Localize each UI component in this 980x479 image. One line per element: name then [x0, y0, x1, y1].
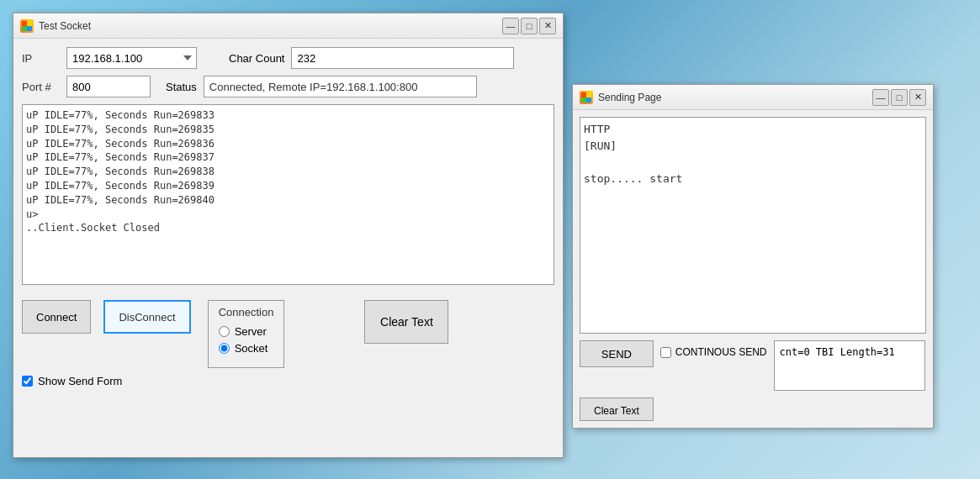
- server-option[interactable]: Server: [219, 325, 274, 338]
- clear-text-button[interactable]: Clear Text: [364, 300, 448, 344]
- svg-rect-0: [22, 21, 27, 26]
- server-label: Server: [235, 325, 267, 338]
- svg-rect-2: [22, 26, 27, 31]
- socket-option[interactable]: Socket: [219, 342, 274, 355]
- continuous-send-label: CONTINOUS SEND: [675, 346, 767, 358]
- port-status-row: Port # Status: [22, 76, 554, 97]
- show-send-form-row: Show Send Form: [22, 375, 554, 387]
- info-box: cnt=0 TBI Length=31: [774, 340, 925, 391]
- continuous-send-option[interactable]: CONTINOUS SEND: [660, 346, 767, 358]
- sending-content: SEND Clear Text CONTINOUS SEND cnt=0 TBI…: [573, 110, 933, 428]
- sending-minimize-button[interactable]: —: [872, 89, 889, 106]
- svg-rect-5: [586, 92, 591, 97]
- main-maximize-button[interactable]: □: [521, 18, 538, 34]
- show-send-form-label: Show Send Form: [38, 375, 122, 387]
- button-row: Connect DisConnect Connection Server Soc…: [22, 300, 554, 368]
- port-label: Port #: [22, 81, 60, 93]
- char-count-input[interactable]: [291, 47, 514, 69]
- main-window-title: Test Socket: [39, 20, 91, 32]
- ip-label: IP: [22, 52, 60, 65]
- ip-char-row: IP 192.168.1.100 192.168.1.101 127.0.0.1…: [22, 47, 554, 69]
- sending-title-bar: Sending Page — □ ✕: [573, 85, 933, 110]
- main-window: Test Socket — □ ✕ IP 192.168.1.100 192.1…: [13, 13, 564, 458]
- ip-select[interactable]: 192.168.1.100 192.168.1.101 127.0.0.1: [66, 47, 197, 69]
- sending-window-icon: [580, 91, 593, 104]
- connect-button[interactable]: Connect: [22, 300, 91, 334]
- socket-label: Socket: [235, 342, 268, 355]
- send-bottom: SEND Clear Text CONTINOUS SEND cnt=0 TBI…: [580, 340, 926, 421]
- server-radio[interactable]: [219, 326, 230, 337]
- connection-group: Connection Server Socket: [208, 300, 285, 368]
- svg-rect-1: [27, 21, 32, 26]
- disconnect-button[interactable]: DisConnect: [103, 300, 190, 334]
- main-minimize-button[interactable]: —: [502, 18, 519, 34]
- svg-rect-4: [581, 92, 586, 97]
- main-title-bar: Test Socket — □ ✕: [13, 13, 563, 39]
- sending-window: Sending Page — □ ✕ SEND Clear Text CONTI…: [572, 84, 934, 429]
- main-window-content: IP 192.168.1.100 192.168.1.101 127.0.0.1…: [13, 39, 563, 396]
- status-label: Status: [166, 81, 197, 93]
- send-buttons-col: SEND Clear Text: [580, 340, 654, 421]
- sending-maximize-button[interactable]: □: [891, 89, 908, 106]
- main-window-controls: — □ ✕: [502, 18, 556, 34]
- sending-close-button[interactable]: ✕: [909, 89, 926, 106]
- log-textarea[interactable]: [22, 104, 554, 285]
- continuous-send-checkbox[interactable]: [660, 347, 671, 358]
- title-bar-left: Test Socket: [20, 19, 91, 33]
- svg-rect-3: [27, 26, 32, 31]
- sending-clear-text-button[interactable]: Clear Text: [580, 397, 654, 421]
- char-count-label: Char Count: [229, 52, 284, 65]
- status-input: [204, 76, 477, 97]
- send-textarea[interactable]: [580, 117, 926, 334]
- port-input[interactable]: [66, 76, 151, 97]
- send-button[interactable]: SEND: [580, 340, 654, 367]
- svg-rect-7: [586, 97, 591, 103]
- main-close-button[interactable]: ✕: [539, 18, 556, 34]
- svg-rect-6: [581, 97, 586, 103]
- sending-window-controls: — □ ✕: [872, 89, 926, 106]
- socket-radio[interactable]: [219, 343, 230, 354]
- show-send-form-checkbox[interactable]: [22, 376, 33, 387]
- main-window-icon: [20, 19, 34, 33]
- connection-group-label: Connection: [219, 306, 274, 318]
- sending-window-title: Sending Page: [598, 92, 661, 103]
- sending-title-left: Sending Page: [580, 91, 661, 104]
